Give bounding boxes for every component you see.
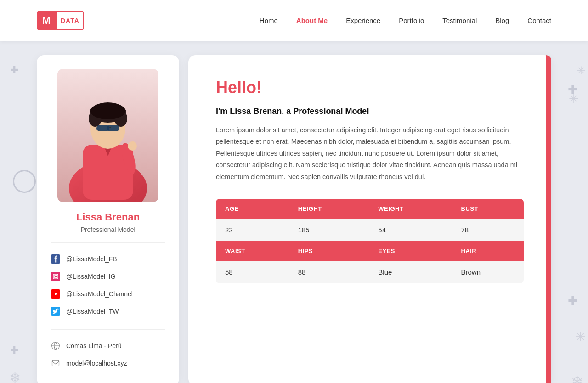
svg-point-14 — [128, 141, 137, 151]
email-text: model@localhost.xyz — [66, 360, 127, 367]
nav-item-contact[interactable]: Contact — [527, 17, 551, 25]
stats-header-bust: BUST — [452, 199, 524, 219]
stats-header-height: HEIGHT — [289, 199, 369, 219]
stats-header-weight: WEIGHT — [369, 199, 452, 219]
instagram-icon — [51, 271, 61, 282]
about-section: Hello! I'm Lissa Brenan, a Professional … — [188, 55, 551, 383]
stats-data-row-1: 22 185 54 78 — [216, 219, 524, 241]
profile-divider-2 — [51, 329, 165, 330]
nav-item-testimonial[interactable]: Testimonial — [442, 17, 477, 25]
svg-rect-26 — [52, 360, 59, 366]
youtube-icon — [51, 289, 61, 299]
profile-illustration — [57, 69, 158, 202]
logo-icon: M — [37, 11, 56, 30]
svg-point-9 — [90, 103, 125, 119]
navbar: M DATA Home About Me Experience Portfoli… — [0, 0, 588, 41]
stats-value-eyes: Blue — [369, 261, 452, 283]
profile-title: Professional Model — [80, 226, 135, 233]
stats-value-waist: 58 — [216, 261, 289, 283]
profile-divider-1 — [51, 242, 165, 243]
stats-header-hair: HAIR — [452, 241, 524, 261]
stats-table: AGE HEIGHT WEIGHT BUST 22 185 54 78 WAIS… — [216, 199, 524, 283]
hello-heading: Hello! — [216, 78, 524, 97]
info-list: Comas Lima - Perú model@localhost.xyz — [51, 337, 165, 372]
stats-header-eyes: EYES — [369, 241, 452, 261]
svg-rect-11 — [107, 125, 119, 131]
profile-card: Lissa Brenan Professional Model @LissaMo… — [37, 55, 179, 383]
bio-paragraph: Lorem ipsum dolor sit amet, consectetur … — [216, 124, 524, 183]
stats-header-hips: HIPS — [289, 241, 369, 261]
social-links-list: @LissaModel_FB @LissaModel_IG — [51, 250, 165, 320]
nav-links: Home About Me Experience Portfolio Testi… — [260, 17, 551, 25]
stats-header-waist: WAIST — [216, 241, 289, 261]
facebook-handle: @LissaModel_FB — [66, 255, 117, 263]
stats-value-bust: 78 — [452, 219, 524, 241]
nav-item-home[interactable]: Home — [260, 17, 278, 25]
profile-name: Lissa Brenan — [76, 211, 140, 223]
social-facebook[interactable]: @LissaModel_FB — [51, 250, 165, 268]
svg-rect-18 — [51, 272, 60, 281]
stats-header-row-1: AGE HEIGHT WEIGHT BUST — [216, 199, 524, 219]
nav-item-blog[interactable]: Blog — [495, 17, 509, 25]
stats-value-height: 185 — [289, 219, 369, 241]
nav-item-about[interactable]: About Me — [296, 17, 328, 25]
twitter-icon — [51, 306, 61, 316]
stats-value-age: 22 — [216, 219, 289, 241]
stats-header-age: AGE — [216, 199, 289, 219]
main-content: Lissa Brenan Professional Model @LissaMo… — [0, 41, 588, 383]
email-item: model@localhost.xyz — [51, 355, 165, 372]
svg-rect-16 — [133, 141, 135, 146]
location-text: Comas Lima - Perú — [66, 342, 122, 349]
about-subtitle: I'm Lissa Brenan, a Professional Model — [216, 107, 524, 116]
instagram-handle: @LissaModel_IG — [66, 273, 116, 280]
email-icon — [51, 358, 61, 368]
logo-text: DATA — [56, 11, 84, 30]
youtube-handle: @LissaModel_Channel — [66, 290, 133, 298]
stats-value-weight: 54 — [369, 219, 452, 241]
stats-header-row-2: WAIST HIPS EYES HAIR — [216, 241, 524, 261]
nav-item-experience[interactable]: Experience — [346, 17, 380, 25]
location-icon — [51, 341, 61, 351]
stats-data-row-2: 58 88 Blue Brown — [216, 261, 524, 283]
social-twitter[interactable]: @LissaModel_TW — [51, 303, 165, 320]
location-item: Comas Lima - Perú — [51, 337, 165, 355]
red-bar-accent — [546, 55, 551, 383]
social-youtube[interactable]: @LissaModel_Channel — [51, 285, 165, 303]
logo[interactable]: M DATA — [37, 11, 84, 30]
profile-photo — [57, 69, 158, 202]
svg-rect-12 — [109, 127, 111, 128]
nav-item-portfolio[interactable]: Portfolio — [399, 17, 424, 25]
svg-point-21 — [57, 274, 58, 275]
stats-value-hair: Brown — [452, 261, 524, 283]
twitter-handle: @LissaModel_TW — [66, 308, 119, 315]
facebook-icon — [51, 254, 61, 264]
stats-value-hips: 88 — [289, 261, 369, 283]
social-instagram[interactable]: @LissaModel_IG — [51, 268, 165, 285]
